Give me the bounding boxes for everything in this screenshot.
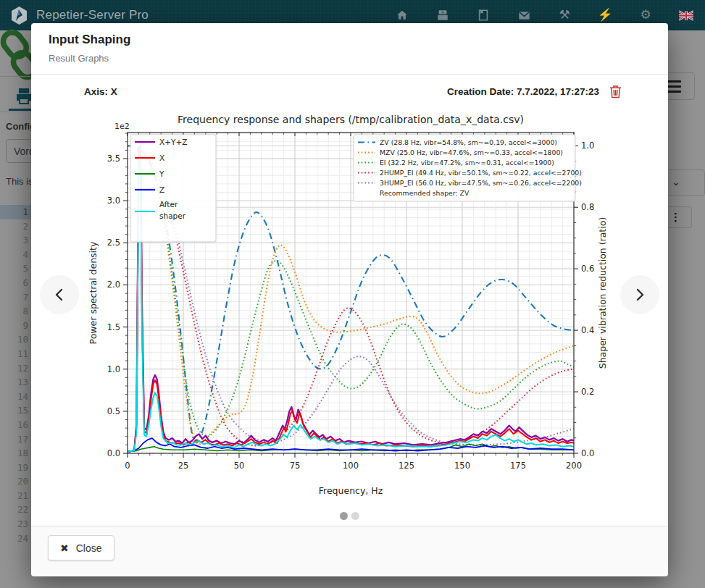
svg-text:After: After (159, 200, 178, 209)
svg-text:EI (32.2 Hz, vibr=47.2%, sm~=0: EI (32.2 Hz, vibr=47.2%, sm~=0.31, accel… (380, 159, 554, 167)
axis-info-row: Axis: X Creation Date: 7.7.2022, 17:27:2… (84, 83, 622, 100)
modal-header: Input Shaping Result Graphs (31, 23, 668, 75)
svg-text:1e2: 1e2 (114, 122, 130, 131)
svg-text:2.0: 2.0 (107, 280, 120, 290)
graph-pagination-dots (31, 512, 668, 520)
svg-text:0.4: 0.4 (581, 325, 594, 335)
axis-label: Axis: X (84, 86, 117, 97)
svg-text:2HUMP_EI (49.4 Hz, vibr=50.1%,: 2HUMP_EI (49.4 Hz, vibr=50.1%, sm~=0.22,… (380, 169, 582, 177)
app-title: Repetier-Server Pro (36, 8, 149, 22)
svg-text:shaper: shaper (159, 211, 186, 220)
svg-text:25: 25 (178, 461, 189, 471)
printer-queue-icon[interactable] (435, 8, 450, 22)
svg-text:Y: Y (159, 169, 164, 178)
home-icon[interactable] (395, 8, 409, 22)
svg-text:150: 150 (454, 461, 470, 471)
svg-text:0.2: 0.2 (581, 387, 594, 397)
modal-subtitle: Result Graphs (49, 53, 109, 64)
svg-text:Power spectral density: Power spectral density (88, 241, 99, 344)
svg-text:Frequency response and shapers: Frequency response and shapers (/tmp/cal… (178, 114, 524, 125)
modal-title: Input Shaping (49, 33, 130, 47)
svg-text:100: 100 (343, 461, 359, 471)
svg-text:200: 200 (566, 461, 582, 471)
svg-text:1.5: 1.5 (107, 322, 120, 332)
svg-text:3.0: 3.0 (107, 196, 120, 206)
close-icon: ✖ (60, 542, 69, 554)
svg-text:3.5: 3.5 (107, 154, 120, 164)
creation-date-label: Creation Date: 7.7.2022, 17:27:23 (447, 86, 599, 97)
close-button-label: Close (76, 542, 102, 554)
chart-svg: 02550751001251501752000.00.51.01.52.02.5… (84, 101, 617, 505)
svg-text:75: 75 (290, 461, 301, 471)
next-graph-button[interactable] (620, 275, 659, 314)
svg-text:X: X (159, 154, 164, 162)
svg-text:0.0: 0.0 (581, 448, 594, 458)
svg-text:1.0: 1.0 (107, 364, 120, 374)
power-icon[interactable]: ⚡ (598, 8, 612, 22)
svg-text:0.6: 0.6 (581, 264, 594, 274)
svg-text:0.0: 0.0 (107, 448, 120, 458)
delete-trash-icon[interactable] (609, 85, 622, 98)
tools-icon[interactable]: ⚒ (557, 8, 572, 22)
input-shaping-modal: Input Shaping Result Graphs Axis: X Crea… (31, 23, 668, 576)
modal-footer: ✖ Close (31, 526, 668, 576)
svg-text:Recommended shaper: ZV: Recommended shaper: ZV (380, 189, 470, 197)
svg-text:Frequency, Hz: Frequency, Hz (319, 485, 383, 496)
pagination-dot[interactable] (351, 512, 359, 520)
svg-text:Shaper vibration reduction (ra: Shaper vibration reduction (ratio) (597, 217, 608, 369)
library-icon[interactable] (476, 8, 491, 22)
svg-text:125: 125 (399, 461, 414, 471)
svg-text:175: 175 (510, 461, 526, 471)
app-logo (9, 6, 29, 25)
settings-icon[interactable]: ⚙ (638, 8, 653, 22)
frequency-response-chart: 02550751001251501752000.00.51.01.52.02.5… (84, 101, 617, 505)
svg-text:X+Y+Z: X+Y+Z (159, 138, 187, 146)
svg-text:Z: Z (159, 185, 164, 194)
svg-text:50: 50 (234, 461, 245, 471)
svg-text:0.5: 0.5 (107, 406, 120, 416)
pagination-dot[interactable] (340, 512, 348, 520)
close-button[interactable]: ✖ Close (48, 535, 114, 560)
svg-text:ZV (28.8 Hz, vibr=54.8%, sm~=0: ZV (28.8 Hz, vibr=54.8%, sm~=0.19, accel… (380, 138, 557, 146)
svg-text:2.5: 2.5 (107, 238, 120, 248)
language-flag-uk[interactable] (679, 8, 693, 22)
prev-graph-button[interactable] (40, 275, 79, 314)
svg-text:0.8: 0.8 (581, 202, 594, 212)
svg-text:MZV (25.0 Hz, vibr=47.6%, sm~=: MZV (25.0 Hz, vibr=47.6%, sm~=0.33, acce… (380, 148, 563, 156)
svg-text:3HUMP_EI (56.0 Hz, vibr=47.5%,: 3HUMP_EI (56.0 Hz, vibr=47.5%, sm~=0.26,… (380, 179, 582, 187)
svg-text:1.0: 1.0 (581, 140, 594, 151)
messages-icon[interactable] (517, 8, 531, 22)
svg-text:0: 0 (125, 461, 130, 471)
